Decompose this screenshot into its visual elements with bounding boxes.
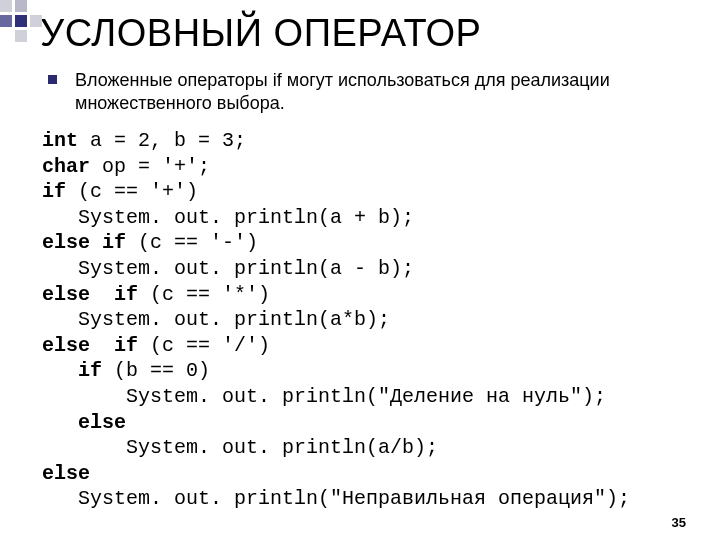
code-keyword: if xyxy=(42,359,102,382)
code-keyword: else if xyxy=(42,231,126,254)
code-text: (c == '+') xyxy=(66,180,198,203)
bullet-item: Вложенные операторы if могут использоват… xyxy=(48,69,680,114)
bullet-icon xyxy=(48,75,57,84)
code-keyword: if xyxy=(42,180,66,203)
code-keyword: else if xyxy=(42,283,138,306)
slide-content: УСЛОВНЫЙ ОПЕРАТОР Вложенные операторы if… xyxy=(0,0,720,512)
code-text: (c == '-') xyxy=(126,231,258,254)
page-number: 35 xyxy=(672,515,686,530)
code-text: System. out. println("Неправильная опера… xyxy=(42,487,630,510)
code-block: int a = 2, b = 3; char op = '+'; if (c =… xyxy=(42,128,680,512)
code-text: System. out. println("Деление на нуль"); xyxy=(42,385,606,408)
code-text: (c == '*') xyxy=(138,283,270,306)
deco-square xyxy=(0,0,12,12)
code-text: System. out. println(a - b); xyxy=(42,257,414,280)
deco-square xyxy=(15,0,27,12)
code-keyword: int xyxy=(42,129,78,152)
code-text: System. out. println(a/b); xyxy=(42,436,438,459)
corner-decoration xyxy=(0,0,45,45)
code-keyword: else xyxy=(42,411,126,434)
deco-square xyxy=(15,15,27,27)
slide-title: УСЛОВНЫЙ ОПЕРАТОР xyxy=(40,12,680,55)
deco-square xyxy=(15,30,27,42)
code-text: (b == 0) xyxy=(102,359,210,382)
code-keyword: else if xyxy=(42,334,138,357)
code-text: System. out. println(a*b); xyxy=(42,308,390,331)
code-text: System. out. println(a + b); xyxy=(42,206,414,229)
code-text: a = 2, b = 3; xyxy=(78,129,246,152)
code-text: (c == '/') xyxy=(138,334,270,357)
bullet-text: Вложенные операторы if могут использоват… xyxy=(75,69,680,114)
code-text: op = '+'; xyxy=(90,155,210,178)
deco-square xyxy=(0,15,12,27)
deco-square xyxy=(30,15,42,27)
code-keyword: else xyxy=(42,462,90,485)
code-keyword: char xyxy=(42,155,90,178)
deco-square xyxy=(30,0,42,12)
